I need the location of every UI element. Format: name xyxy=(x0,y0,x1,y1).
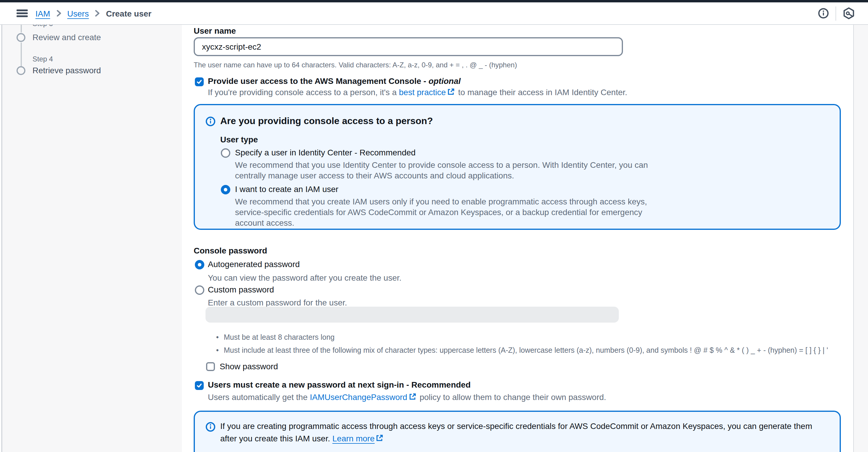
external-link-icon xyxy=(447,88,455,97)
password-requirement-item: Must be at least 8 characters long xyxy=(216,333,842,343)
app-header: IAM Users Create user xyxy=(0,2,868,25)
external-link-icon xyxy=(408,393,416,402)
new-password-desc-pre: Users automatically get the xyxy=(208,392,310,402)
radio-iam-user-desc: We recommend that you create IAM users o… xyxy=(235,196,669,228)
radio-iam-user-label: I want to create an IAM user xyxy=(235,184,338,194)
console-access-optional: optional xyxy=(428,76,461,86)
new-password-label: Users must create a new password at next… xyxy=(208,380,471,389)
user-type-label: User type xyxy=(220,135,258,144)
new-password-desc: Users automatically get the IAMUserChang… xyxy=(208,392,606,402)
radio-identity-center[interactable] xyxy=(221,148,230,158)
radio-autogenerated-desc: You can view the password after you crea… xyxy=(208,273,402,282)
iam-user-change-password-link[interactable]: IAMUserChangePassword xyxy=(310,392,407,402)
new-password-desc-post: policy to allow them to change their own… xyxy=(417,392,606,402)
step4-number: Step 4 xyxy=(32,55,53,63)
new-password-checkbox[interactable] xyxy=(195,381,204,390)
hexagon-icon[interactable] xyxy=(843,7,855,20)
step4-circle-icon xyxy=(17,66,25,75)
programmatic-alert-line1: If you are creating programmatic access … xyxy=(220,420,831,432)
programmatic-alert-line2: after you create this IAM user. Learn mo… xyxy=(220,432,831,446)
radio-custom-password[interactable] xyxy=(195,285,204,295)
person-alert: Are you providing console access to a pe… xyxy=(194,104,841,230)
checkmark-icon xyxy=(196,382,203,389)
console-access-label: Provide user access to the AWS Managemen… xyxy=(208,76,461,86)
user-name-input[interactable] xyxy=(194,37,623,56)
header-divider xyxy=(836,6,836,20)
console-password-label: Console password xyxy=(194,246,267,255)
external-link-icon xyxy=(376,433,383,446)
page: Step 3 Review and create Step 4 Retrieve… xyxy=(0,0,868,452)
console-access-label-text: Provide user access to the AWS Managemen… xyxy=(208,76,428,86)
chevron-right-icon xyxy=(56,10,62,17)
steps-sidebar: Step 3 Review and create Step 4 Retrieve… xyxy=(0,2,183,452)
password-requirement-item: Must include at least three of the follo… xyxy=(216,345,842,356)
person-alert-title: Are you providing console access to a pe… xyxy=(220,116,433,126)
step-connector-line xyxy=(20,42,22,66)
radio-custom-label: Custom password xyxy=(208,285,274,294)
chevron-right-icon xyxy=(94,10,101,17)
step3-circle-icon xyxy=(17,33,25,42)
radio-autogenerated-label: Autogenerated password xyxy=(208,260,300,269)
show-password-label: Show password xyxy=(220,362,278,371)
browser-top-strip xyxy=(0,0,868,2)
radio-custom-desc: Enter a custom password for the user. xyxy=(208,298,347,307)
hamburger-menu-icon[interactable] xyxy=(17,9,28,17)
breadcrumb: IAM Users Create user xyxy=(35,8,151,18)
radio-identity-center-desc: We recommend that you use Identity Cente… xyxy=(235,159,648,181)
tools-rail[interactable] xyxy=(853,25,868,452)
console-access-desc: If you're providing console access to a … xyxy=(208,87,627,97)
programmatic-alert-line2-pre: after you create this IAM user. xyxy=(220,434,333,443)
console-access-desc-pre: If you're providing console access to a … xyxy=(208,87,399,97)
user-name-label: User name xyxy=(194,26,236,35)
radio-iam-user[interactable] xyxy=(221,185,230,194)
console-access-checkbox[interactable] xyxy=(195,78,204,86)
console-access-desc-post: to manage their access in IAM Identity C… xyxy=(456,87,627,97)
password-requirements: Must be at least 8 characters long Must … xyxy=(216,333,842,356)
info-circle-icon[interactable] xyxy=(818,8,829,19)
user-name-helper: The user name can have up to 64 characte… xyxy=(194,61,517,69)
sidebar-item-review-and-create[interactable]: Review and create xyxy=(32,32,101,42)
checkmark-icon xyxy=(196,79,203,85)
radio-identity-center-label: Specify a user in Identity Center - Reco… xyxy=(235,148,416,157)
best-practice-link[interactable]: best practice xyxy=(399,87,446,97)
breadcrumb-iam[interactable]: IAM xyxy=(35,8,50,18)
step-connector-line xyxy=(20,25,22,32)
breadcrumb-current: Create user xyxy=(106,8,151,18)
show-password-checkbox[interactable] xyxy=(206,362,215,371)
info-icon xyxy=(206,422,216,434)
custom-password-input xyxy=(206,307,619,323)
sidebar-item-retrieve-password[interactable]: Retrieve password xyxy=(32,66,101,75)
info-icon xyxy=(206,116,216,129)
programmatic-alert: If you are creating programmatic access … xyxy=(194,411,841,452)
main-content: User name The user name can have up to 6… xyxy=(182,25,853,452)
radio-autogenerated-password[interactable] xyxy=(195,260,204,269)
breadcrumb-users[interactable]: Users xyxy=(67,8,89,18)
learn-more-link[interactable]: Learn more xyxy=(333,434,375,443)
